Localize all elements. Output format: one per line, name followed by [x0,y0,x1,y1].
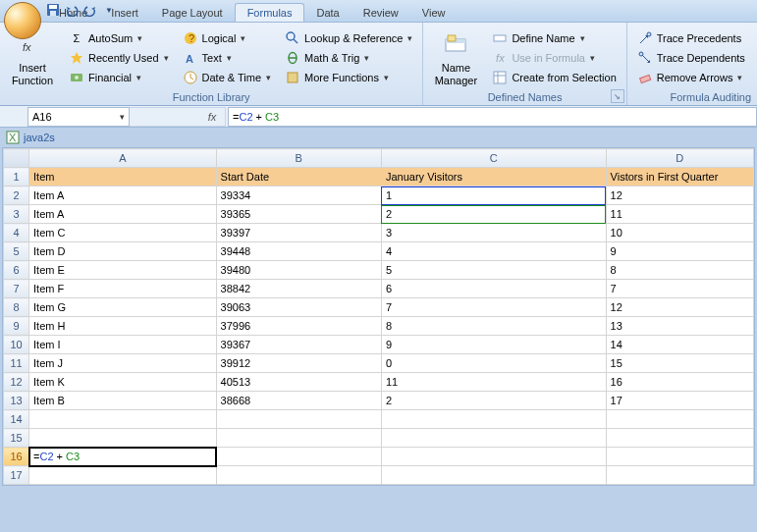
cell[interactable]: 39480 [216,261,381,280]
cell[interactable]: 15 [606,354,753,373]
more-functions-button[interactable]: More Functions▾ [281,69,416,86]
cell[interactable]: 38668 [216,392,381,410]
row-header[interactable]: 4 [4,224,29,242]
cell[interactable]: Item D [29,242,216,261]
row-header[interactable]: 8 [4,298,29,317]
cell[interactable] [29,410,216,429]
cell[interactable]: 17 [606,392,753,410]
cell[interactable] [216,448,381,466]
row-header[interactable]: 3 [4,205,29,224]
trace-precedents-button[interactable]: Trace Precedents [633,29,749,47]
cell[interactable] [381,466,606,485]
row-header[interactable]: 17 [4,466,29,485]
datetime-button[interactable]: Date & Time▾ [179,69,276,86]
cell[interactable] [29,429,216,448]
cell[interactable]: 6 [381,280,606,298]
tab-view[interactable]: View [410,4,458,22]
row-header[interactable]: 15 [4,429,29,448]
redo-icon[interactable] [82,2,98,18]
cell[interactable]: Item I [29,336,216,354]
row-header[interactable]: 9 [4,317,29,336]
cell[interactable]: Item H [29,317,216,336]
remove-arrows-button[interactable]: Remove Arrows▾ [633,69,749,86]
cell[interactable]: 5 [381,261,606,280]
cell[interactable]: 39912 [216,354,381,373]
undo-icon[interactable] [64,2,80,18]
tab-data[interactable]: Data [304,4,351,22]
logical-button[interactable]: ?Logical▾ [179,29,276,47]
col-header-b[interactable]: B [216,149,381,168]
cell[interactable] [216,466,381,485]
cell[interactable] [606,466,753,485]
name-box[interactable]: A16▾ [27,107,130,127]
col-header-c[interactable]: C [381,149,606,168]
cell[interactable]: 7 [381,298,606,317]
cell[interactable]: 1 [381,186,606,205]
cell[interactable] [29,466,216,485]
tab-formulas[interactable]: Formulas [235,3,305,22]
autosum-button[interactable]: ΣAutoSum▾ [65,29,173,47]
office-button[interactable] [4,2,41,39]
cell[interactable]: Item K [29,373,216,392]
col-header-a[interactable]: A [29,149,216,168]
cell[interactable]: 39397 [216,224,381,242]
cell[interactable]: 39448 [216,242,381,261]
cell[interactable]: 2 [381,392,606,410]
cell[interactable]: Item G [29,298,216,317]
cell[interactable]: =C2 + C3 [29,448,216,466]
cell[interactable]: 9 [381,336,606,354]
cell[interactable]: 39367 [216,336,381,354]
cell[interactable] [606,429,753,448]
select-all-corner[interactable] [4,149,29,168]
cell[interactable]: Vistors in First Quarter [606,168,753,186]
chevron-down-icon[interactable]: ▾ [120,112,125,122]
cell[interactable]: 39063 [216,298,381,317]
cell[interactable]: Item F [29,280,216,298]
cell[interactable] [381,448,606,466]
cell[interactable]: 37996 [216,317,381,336]
cell[interactable]: 12 [606,186,753,205]
formula-input[interactable]: =C2 + C3 [228,107,757,127]
row-header[interactable]: 16 [4,448,29,466]
cell[interactable]: 8 [606,261,753,280]
col-header-d[interactable]: D [606,149,753,168]
tab-review[interactable]: Review [351,4,410,22]
row-header[interactable]: 10 [4,336,29,354]
qat-customize-icon[interactable]: ▼ [101,2,117,18]
cell[interactable]: 14 [606,336,753,354]
cell[interactable]: Item A [29,186,216,205]
cell[interactable]: 4 [381,242,606,261]
cell[interactable] [606,410,753,429]
recently-used-button[interactable]: Recently Used▾ [65,49,173,67]
tab-page-layout[interactable]: Page Layout [150,4,235,22]
row-header[interactable]: 14 [4,410,29,429]
cell[interactable]: 0 [381,354,606,373]
cell[interactable]: 8 [381,317,606,336]
cell[interactable]: Item J [29,354,216,373]
cell[interactable]: Start Date [216,168,381,186]
cell[interactable]: 2 [381,205,606,224]
cell[interactable] [216,410,381,429]
cell[interactable]: Item C [29,224,216,242]
cell[interactable]: 39365 [216,205,381,224]
row-header[interactable]: 1 [4,168,29,186]
cell[interactable]: 11 [381,373,606,392]
create-from-selection-button[interactable]: Create from Selection [488,69,620,86]
trace-dependents-button[interactable]: Trace Dependents [633,49,749,67]
cell[interactable] [216,429,381,448]
cell[interactable]: Item B [29,392,216,410]
row-header[interactable]: 2 [4,186,29,205]
cell[interactable]: January Visitors [381,168,606,186]
dialog-launcher-icon[interactable]: ↘ [611,89,624,103]
text-button[interactable]: AText▾ [179,49,276,67]
cell[interactable]: 7 [606,280,753,298]
cell[interactable]: Item A [29,205,216,224]
cell[interactable]: 12 [606,298,753,317]
name-manager-button[interactable]: Name Manager [429,25,482,90]
row-header[interactable]: 5 [4,242,29,261]
cell[interactable] [381,429,606,448]
lookup-button[interactable]: Lookup & Reference▾ [281,29,416,47]
cell[interactable]: Item [29,168,216,186]
financial-button[interactable]: Financial▾ [65,69,173,86]
cell[interactable] [381,410,606,429]
